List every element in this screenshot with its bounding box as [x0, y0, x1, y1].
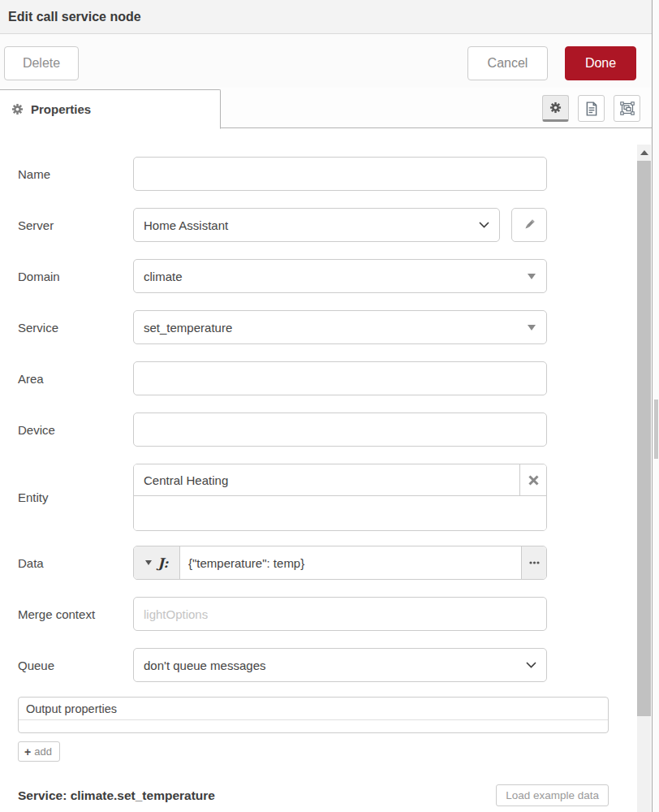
data-input[interactable] — [180, 546, 521, 579]
arrow-up-icon — [640, 150, 648, 155]
cancel-button[interactable]: Cancel — [467, 46, 548, 80]
service-summary-text: Service: climate.set_temperature — [18, 788, 215, 803]
merge-context-row: Merge context — [18, 597, 652, 631]
dialog-title: Edit call service node — [8, 10, 141, 24]
queue-label: Queue — [18, 659, 133, 672]
tab-properties[interactable]: Properties — [0, 89, 221, 129]
caret-down-icon — [528, 325, 536, 330]
window-scrollbar-thumb[interactable] — [654, 400, 658, 459]
queue-select-value: don't queue messages — [144, 659, 265, 672]
dialog-toolbar: Delete Cancel Done — [0, 34, 652, 88]
entity-add-row — [134, 496, 546, 530]
entity-row: Entity — [18, 464, 652, 531]
form-scrollbar-thumb[interactable] — [637, 161, 651, 716]
service-label: Service — [18, 321, 133, 335]
domain-value: climate — [144, 270, 183, 283]
data-label: Data — [18, 556, 133, 570]
domain-combobox[interactable]: climate — [133, 259, 547, 293]
gear-icon — [549, 102, 562, 114]
tab-icon-buttons — [542, 95, 640, 122]
load-example-data-button[interactable]: Load example data — [496, 784, 609, 806]
tab-bar: Properties — [0, 88, 652, 128]
service-combobox[interactable]: set_temperature — [133, 310, 547, 344]
scrollbar-up-button[interactable] — [637, 145, 651, 161]
entity-selected-item — [134, 464, 546, 496]
server-select[interactable]: Home Assistant — [133, 208, 500, 242]
chevron-down-icon — [526, 662, 536, 668]
name-row: Name — [18, 157, 652, 191]
add-button-label: add — [34, 745, 52, 758]
area-input[interactable] — [133, 361, 547, 395]
merge-context-input[interactable] — [133, 597, 547, 631]
data-expand-button[interactable] — [521, 546, 546, 579]
done-button[interactable]: Done — [565, 46, 636, 80]
entity-add-input[interactable] — [134, 496, 546, 530]
dialog-header: Edit call service node — [0, 0, 652, 34]
entity-input[interactable] — [134, 464, 519, 495]
object-group-icon — [620, 102, 635, 115]
entity-input-group — [133, 464, 547, 531]
properties-form: Name Server Home Assistant — [0, 128, 652, 806]
server-row: Server Home Assistant — [18, 208, 652, 242]
description-tab-button[interactable] — [578, 95, 605, 122]
output-properties-empty-row — [19, 720, 608, 732]
jsonata-type-icon: J: — [158, 555, 169, 571]
server-label: Server — [18, 218, 133, 232]
caret-down-icon — [145, 560, 152, 565]
properties-tab-button[interactable] — [542, 95, 569, 122]
service-summary-row: Service: climate.set_temperature Load ex… — [18, 784, 609, 806]
edit-node-dialog: Edit call service node Delete Cancel Don… — [0, 0, 659, 812]
data-type-select-button[interactable]: J: — [134, 546, 180, 579]
device-row: Device — [18, 412, 652, 447]
area-row: Area — [18, 361, 652, 395]
data-typed-input: J: — [133, 546, 547, 580]
device-input[interactable] — [133, 412, 547, 447]
caret-down-icon — [528, 274, 536, 279]
gear-icon — [11, 103, 24, 115]
output-properties-list: Output properties — [18, 697, 609, 733]
entity-clear-button[interactable] — [519, 464, 546, 495]
data-row: Data J: — [18, 546, 652, 580]
server-select-value: Home Assistant — [144, 218, 228, 232]
document-icon — [585, 102, 598, 116]
form-scrollbar[interactable] — [637, 145, 651, 812]
entity-label: Entity — [18, 490, 133, 504]
add-output-property-button[interactable]: + add — [18, 741, 60, 762]
name-label: Name — [18, 167, 133, 181]
tab-properties-label: Properties — [31, 102, 91, 116]
window-scrollbar[interactable] — [652, 0, 659, 812]
service-row: Service set_temperature — [18, 310, 652, 344]
service-value: set_temperature — [144, 321, 232, 335]
queue-select[interactable]: don't queue messages — [133, 648, 547, 682]
domain-label: Domain — [18, 270, 133, 283]
area-label: Area — [18, 372, 133, 386]
name-input[interactable] — [133, 157, 547, 191]
appearance-tab-button[interactable] — [614, 95, 640, 122]
device-label: Device — [18, 423, 133, 437]
pencil-icon — [523, 218, 536, 231]
delete-button[interactable]: Delete — [4, 46, 79, 80]
editor-panel: Edit call service node Delete Cancel Don… — [0, 0, 652, 812]
close-icon — [528, 475, 539, 486]
server-edit-button[interactable] — [511, 208, 547, 242]
output-properties-header: Output properties — [19, 698, 608, 720]
domain-row: Domain climate — [18, 259, 652, 293]
merge-context-label: Merge context — [18, 607, 133, 621]
queue-row: Queue don't queue messages — [18, 648, 652, 682]
chevron-down-icon — [479, 222, 489, 228]
plus-icon: + — [24, 746, 31, 758]
ellipsis-icon — [529, 561, 540, 564]
